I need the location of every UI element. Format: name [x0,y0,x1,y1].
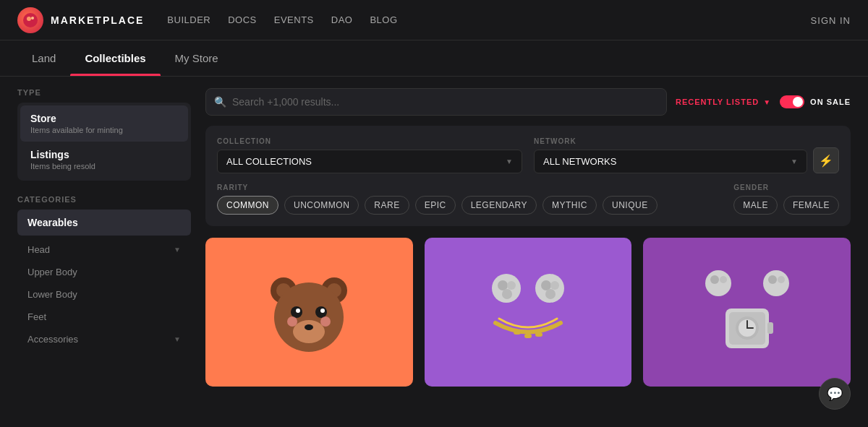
search-bar-row: 🔍 RECENTLY LISTED ▼ ON SALE [205,88,851,116]
chip-uncommon[interactable]: UNCOMMON [284,196,359,215]
svg-rect-24 [514,330,521,335]
logo[interactable]: MARKETPLACE [17,7,144,33]
svg-rect-26 [535,332,542,337]
chip-legendary[interactable]: LEGENDARY [461,196,537,215]
product-card-2[interactable]: Bust Down Watch 25 Polygon [643,238,851,387]
category-lower-body-label: Lower Body [27,289,77,300]
type-listings[interactable]: Listings Items being resold [20,142,188,178]
categories-label: CATEGORIES [17,195,191,204]
collection-group: COLLECTION ALL COLLECTIONS ▼ [217,137,522,173]
on-sale-toggle[interactable] [780,95,804,108]
rarity-gender-row: RARITY COMMON UNCOMMON RARE EPIC LEGENDA… [217,184,839,215]
type-listings-title: Listings [30,149,178,160]
product-image-2 [643,238,851,387]
category-feet[interactable]: Feet [17,306,191,328]
chip-male[interactable]: MALE [733,196,778,215]
network-select[interactable]: ALL NETWORKS ▼ [534,150,807,173]
category-accessories[interactable]: Accessories ▼ [17,328,191,350]
lightning-icon: ⚡ [819,154,833,168]
main-layout: TYPE Store Items available for minting L… [0,77,868,423]
svg-point-11 [296,309,300,313]
product-image-1 [425,238,632,387]
tab-my-store[interactable]: My Store [161,40,233,76]
on-sale-label: ON SALE [810,98,851,106]
product-card-1[interactable]: Cuban Link Chok... 15 Polygon [425,238,632,387]
collection-network-row: COLLECTION ALL COLLECTIONS ▼ NETWORK ALL… [217,137,839,173]
svg-point-8 [293,320,325,343]
category-feet-label: Feet [27,311,46,322]
type-label: TYPE [17,88,191,97]
product-grid: Bear Mascot Head 3 Polygon [205,238,851,387]
product-image-0 [205,238,413,387]
svg-point-28 [763,270,789,296]
svg-point-29 [710,275,719,284]
main-nav: BUILDER DOCS EVENTS DAO BLOG [167,14,397,25]
header: MARKETPLACE BUILDER DOCS EVENTS DAO BLOG… [0,0,868,40]
rarity-group: RARITY COMMON UNCOMMON RARE EPIC LEGENDA… [217,184,716,215]
rarity-chips: COMMON UNCOMMON RARE EPIC LEGENDARY MYTH… [217,196,716,215]
on-sale-wrap: ON SALE [780,95,851,108]
lightning-button[interactable]: ⚡ [813,147,839,173]
type-store-title: Store [30,113,178,124]
chip-unique[interactable]: UNIQUE [603,196,658,215]
chat-icon: 💬 [827,386,843,402]
network-row: NETWORK ALL NETWORKS ▼ ⚡ [534,137,839,173]
product-card-0[interactable]: Bear Mascot Head 3 Polygon [205,238,413,387]
category-lower-body[interactable]: Lower Body [17,283,191,306]
type-store[interactable]: Store Items available for minting [20,105,188,142]
filters-panel: COLLECTION ALL COLLECTIONS ▼ NETWORK ALL… [205,126,851,226]
svg-point-12 [320,309,325,313]
chip-rare[interactable]: RARE [365,196,409,215]
recently-listed-label: RECENTLY LISTED [676,98,759,106]
svg-point-15 [320,316,331,327]
search-wrapper: 🔍 [205,88,667,116]
category-head[interactable]: Head ▼ [17,238,191,261]
recently-listed-button[interactable]: RECENTLY LISTED ▼ [676,98,771,106]
type-store-sub: Items available for minting [30,126,178,134]
logo-icon [17,7,43,33]
chip-common[interactable]: COMMON [217,196,278,215]
svg-point-2 [31,17,34,20]
nav-builder[interactable]: BUILDER [167,14,210,25]
tab-land[interactable]: Land [17,40,70,76]
network-value: ALL NETWORKS [543,156,616,167]
svg-point-18 [498,280,508,290]
type-box: Store Items available for minting Listin… [17,103,191,181]
network-label: NETWORK [534,137,807,145]
nav-events[interactable]: EVENTS [274,14,314,25]
chat-button[interactable]: 💬 [819,378,851,410]
collection-select[interactable]: ALL COLLECTIONS ▼ [217,150,522,173]
svg-point-23 [545,289,556,299]
content-area: 🔍 RECENTLY LISTED ▼ ON SALE COLLECTION A… [205,88,851,412]
gender-chips: MALE FEMALE [733,196,839,215]
search-input[interactable] [205,88,667,116]
nav-dao[interactable]: DAO [331,14,353,25]
header-right: SIGN IN [811,14,851,26]
network-group: NETWORK ALL NETWORKS ▼ [534,137,807,173]
chip-female[interactable]: FEMALE [783,196,839,215]
search-icon: 🔍 [214,96,226,108]
collection-value: ALL COLLECTIONS [226,156,312,167]
rarity-label: RARITY [217,184,716,191]
collection-label: COLLECTION [217,137,522,145]
category-head-label: Head [27,244,50,255]
chip-epic[interactable]: EPIC [415,196,456,215]
sidebar: TYPE Store Items available for minting L… [17,88,191,412]
sign-in-button[interactable]: SIGN IN [811,15,851,26]
svg-point-31 [768,275,777,284]
nav-blog[interactable]: BLOG [370,14,397,25]
tab-collectibles[interactable]: Collectibles [70,40,160,76]
svg-rect-25 [524,334,532,338]
type-listings-sub: Items being resold [30,162,178,171]
chevron-down-icon-collection: ▼ [506,158,513,165]
brand-name: MARKETPLACE [51,14,144,26]
chip-mythic[interactable]: MYTHIC [542,196,597,215]
svg-point-14 [287,316,297,327]
category-accessories-label: Accessories [27,334,78,345]
category-upper-body[interactable]: Upper Body [17,261,191,283]
categories-section: CATEGORIES Wearables Head ▼ Upper Body L… [17,195,191,350]
category-upper-body-label: Upper Body [27,267,77,277]
category-wearables[interactable]: Wearables [17,210,191,236]
nav-docs[interactable]: DOCS [228,14,257,25]
svg-point-27 [705,270,731,296]
